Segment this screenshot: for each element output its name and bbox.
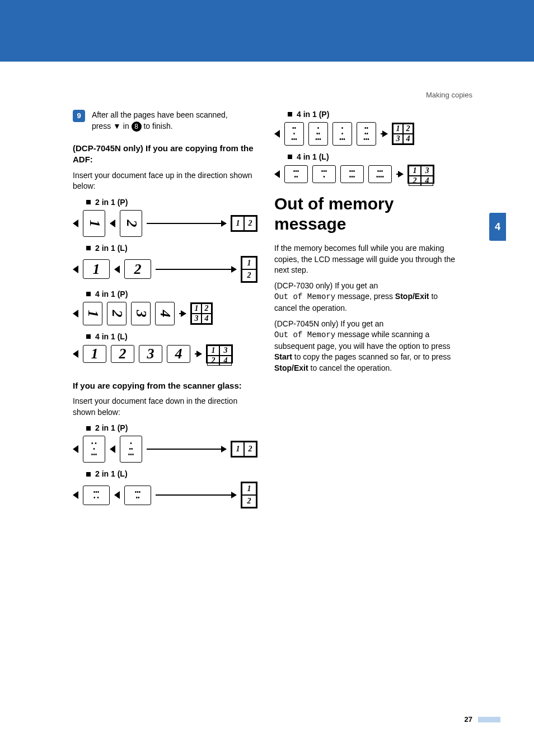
arrow-line-icon: [156, 494, 236, 496]
facedown-dots-icon: •••••••: [376, 169, 384, 180]
arrow-line-icon: [396, 174, 403, 175]
page-card: •••••••: [357, 122, 376, 146]
feed-arrow-icon: [73, 310, 78, 318]
facedown-dots-icon: ••••: [321, 169, 327, 180]
right-column: 4 in 1 (P) •••••• •••••• ••••• ••••••• 1…: [274, 110, 459, 379]
label-2in1l-glass: 2 in 1 (L): [86, 469, 257, 478]
page-card: ••••••: [340, 165, 364, 183]
diagram-2in1l-adf: 1 2 1 2: [73, 256, 257, 283]
feed-arrow-icon: [73, 445, 78, 453]
facedown-dots-icon: •••••: [293, 169, 299, 180]
diagram-4in1l-glass: ••••• •••• •••••• ••••••• 1 3 2 4: [274, 165, 459, 184]
label-4in1p-glass: 4 in 1 (P): [288, 110, 459, 119]
label-2in1p-glass: 2 in 1 (P): [86, 423, 257, 432]
result-layout: 1 2: [231, 215, 257, 232]
page-card: 2: [111, 345, 134, 363]
page-card: 3: [139, 345, 162, 363]
step-reference-circle: 8: [132, 122, 142, 132]
diagram-2in1p-glass: • ••••• •••••• 1 2: [73, 436, 257, 463]
oom-para1: If the memory becomes full while you are…: [274, 243, 459, 276]
bullet-icon: [288, 155, 292, 159]
feed-arrow-icon: [114, 491, 120, 499]
label-4in1l-glass: 4 in 1 (L): [288, 152, 459, 161]
running-header: Making copies: [426, 91, 472, 99]
feed-arrow-icon: [73, 265, 78, 273]
facedown-dots-icon: ••••••: [349, 169, 355, 180]
page-card: ••••••: [120, 436, 142, 463]
diagram-2in1l-glass: •••• • ••••• 1 2: [73, 482, 257, 508]
page-accent-bar: [478, 717, 500, 722]
adf-subheading: (DCP-7045N only) If you are copying from…: [73, 143, 257, 166]
bullet-icon: [86, 426, 91, 431]
feed-arrow-icon: [274, 130, 280, 138]
page-card: 1: [83, 259, 110, 279]
arrow-line-icon: [147, 449, 226, 450]
glass-subheading: If you are copying from the scanner glas…: [73, 380, 257, 391]
feed-arrow-icon: [110, 220, 115, 227]
chapter-tab: 4: [489, 213, 506, 241]
facedown-dots-icon: •••••: [135, 489, 141, 501]
step-row: 9 After all the pages have been scanned,…: [73, 110, 257, 132]
feed-arrow-icon: [73, 350, 78, 358]
feed-arrow-icon: [274, 170, 280, 178]
page-card: ••••••: [284, 122, 304, 146]
arrow-line-icon: [179, 313, 186, 314]
arrow-line-icon: [147, 223, 226, 224]
result-layout: 1 3 2 4: [407, 165, 434, 184]
page-card: 3: [131, 302, 151, 325]
feed-arrow-icon: [114, 265, 120, 273]
arrow-line-icon: [381, 133, 387, 134]
result-layout: 1 2: [241, 482, 257, 508]
result-layout: 1 3 2 4: [206, 344, 233, 363]
feed-arrow-icon: [110, 445, 115, 453]
page-card: •••••: [124, 486, 151, 505]
feed-arrow-icon: [73, 220, 78, 227]
facedown-dots-icon: • •••••: [91, 441, 97, 458]
adf-intro-text: Insert your document face up in the dire…: [73, 170, 257, 192]
diagram-4in1p-adf: 1 2 3 4 1 2 3 4: [73, 302, 257, 325]
page-number: 27: [465, 715, 472, 724]
page-card: •••••: [284, 165, 308, 183]
facedown-dots-icon: •••• •: [93, 489, 100, 501]
left-column: 9 After all the pages have been scanned,…: [73, 110, 257, 515]
bullet-icon: [86, 334, 91, 339]
label-4in1l-adf: 4 in 1 (L): [86, 332, 257, 341]
page-card: •••• •: [83, 486, 110, 505]
result-layout: 1 2 3 4: [392, 123, 414, 145]
bullet-icon: [86, 200, 91, 204]
arrow-line-icon: [195, 353, 202, 354]
out-of-memory-heading: Out of memory message: [274, 194, 459, 234]
result-layout: 1 2: [241, 256, 257, 283]
oom-para3: (DCP-7045N only) If you get an Out of Me…: [274, 319, 459, 374]
facedown-dots-icon: ••••••: [315, 125, 321, 142]
lcd-message: Out of Memory: [274, 292, 335, 301]
page-card: ••••••: [308, 122, 328, 146]
step-number-badge: 9: [73, 110, 85, 122]
page-card: 4: [155, 302, 175, 325]
page-card: •••••••: [368, 165, 392, 183]
bullet-icon: [86, 246, 91, 250]
label-4in1p-adf: 4 in 1 (P): [86, 290, 257, 298]
diagram-4in1l-adf: 1 2 3 4 1 3 2 4: [73, 344, 257, 363]
label-2in1l-adf: 2 in 1 (L): [86, 244, 257, 253]
page-card: 2: [120, 210, 142, 237]
page-card: 2: [124, 259, 151, 279]
header-blue-bar: [0, 0, 534, 62]
page-card: 1: [83, 345, 106, 363]
bullet-icon: [86, 292, 91, 296]
page-card: 1: [83, 302, 102, 325]
facedown-dots-icon: •••••: [339, 125, 345, 142]
diagram-4in1p-glass: •••••• •••••• ••••• ••••••• 1 2 3 4: [274, 122, 459, 146]
result-layout: 1 2: [231, 441, 257, 458]
oom-para2: (DCP-7030 only) If you get an Out of Mem…: [274, 281, 459, 314]
feed-arrow-icon: [73, 491, 78, 499]
facedown-dots-icon: ••••••: [291, 125, 297, 142]
bullet-icon: [86, 472, 91, 477]
diagram-2in1p-adf: 1 2 1 2: [73, 210, 257, 237]
page-card: 1: [83, 210, 105, 237]
bullet-icon: [288, 112, 292, 116]
page-card: • •••••: [83, 436, 105, 463]
step-text: After all the pages have been scanned, p…: [92, 110, 249, 132]
arrow-line-icon: [156, 269, 236, 270]
lcd-message: Out of Memory: [274, 330, 335, 339]
